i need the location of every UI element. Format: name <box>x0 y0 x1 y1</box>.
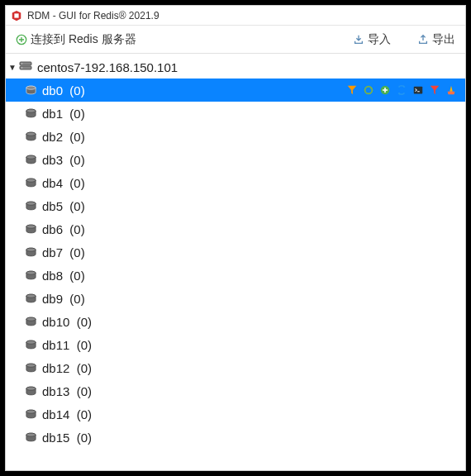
db-row[interactable]: db11 (0) <box>6 333 465 356</box>
db-row[interactable]: db1 (0) <box>6 102 465 125</box>
db-row[interactable]: db5 (0) <box>6 194 465 217</box>
database-icon <box>22 317 39 326</box>
svg-point-66 <box>26 364 35 367</box>
database-icon <box>22 432 39 442</box>
svg-point-51 <box>26 294 35 298</box>
svg-point-46 <box>26 271 35 274</box>
svg-point-71 <box>26 387 35 390</box>
flush-icon[interactable] <box>429 84 440 96</box>
db-row[interactable]: db7 (0) <box>6 240 465 264</box>
connect-button[interactable]: 连接到 Redis 服务器 <box>12 31 140 49</box>
db-row[interactable]: db15 (0) <box>6 426 465 449</box>
toolbar: 连接到 Redis 服务器 导入 导出 <box>6 26 465 54</box>
export-button[interactable]: 导出 <box>414 31 459 49</box>
expand-icon[interactable]: ▼ <box>7 63 17 72</box>
db-label: db7 (0) <box>42 245 85 259</box>
svg-point-61 <box>26 340 35 344</box>
db-label: db14 (0) <box>42 407 92 421</box>
svg-point-11 <box>26 109 35 112</box>
database-icon <box>22 155 39 164</box>
plus-circle-icon <box>16 34 27 45</box>
db-label: db9 (0) <box>42 292 85 306</box>
database-icon <box>22 409 39 419</box>
window-title: RDM - GUI for Redis® 2021.9 <box>27 10 159 21</box>
db-row[interactable]: db8 (0) <box>6 264 465 287</box>
db-label: db8 (0) <box>42 269 85 283</box>
console-icon[interactable] <box>412 84 424 96</box>
db-row[interactable]: db13 (0) <box>6 379 465 402</box>
database-icon <box>22 386 39 396</box>
filter-icon[interactable] <box>346 84 358 96</box>
svg-point-56 <box>26 317 35 321</box>
svg-point-6 <box>26 86 35 89</box>
app-icon <box>11 10 22 21</box>
svg-rect-9 <box>414 87 423 94</box>
db-row[interactable]: db9 (0) <box>6 287 465 310</box>
database-icon <box>22 293 39 303</box>
db-label: db12 (0) <box>42 361 92 375</box>
db-row[interactable]: db10 (0) <box>6 310 465 333</box>
main-window: RDM - GUI for Redis® 2021.9 连接到 Redis 服务… <box>5 5 466 471</box>
svg-point-26 <box>26 178 35 182</box>
import-button[interactable]: 导入 <box>350 31 394 49</box>
svg-point-4 <box>21 67 23 69</box>
database-icon <box>22 201 39 211</box>
db-label: db0 (0) <box>42 83 85 98</box>
connection-row[interactable]: ▼ centos7-192.168.150.101 <box>6 55 465 79</box>
svg-point-21 <box>26 155 35 159</box>
import-icon <box>353 34 364 45</box>
connect-label: 连接到 Redis 服务器 <box>31 32 136 47</box>
database-icon <box>22 108 39 118</box>
database-icon <box>22 270 39 280</box>
svg-point-76 <box>26 410 35 413</box>
db-row[interactable]: db12 (0) <box>6 356 465 379</box>
db-label: db1 (0) <box>42 107 85 121</box>
svg-point-16 <box>26 132 35 136</box>
db-row[interactable]: db3 (0) <box>6 148 465 171</box>
db-label: db10 (0) <box>42 315 92 329</box>
server-icon <box>17 61 34 73</box>
db-label: db2 (0) <box>42 130 85 144</box>
db-label: db13 (0) <box>42 384 92 398</box>
database-icon <box>22 131 39 141</box>
import-label: 导入 <box>368 32 391 47</box>
database-icon <box>22 85 39 95</box>
db-row[interactable]: db2 (0) <box>6 125 465 148</box>
database-icon <box>22 340 39 350</box>
svg-point-81 <box>26 433 35 436</box>
refresh-icon[interactable] <box>396 84 407 96</box>
export-label: 导出 <box>432 32 455 47</box>
svg-point-36 <box>26 225 35 228</box>
db-row[interactable]: db4 (0) <box>6 171 465 194</box>
database-icon <box>22 363 39 373</box>
database-icon <box>22 224 39 234</box>
connection-name: centos7-192.168.150.101 <box>37 60 178 74</box>
db-row[interactable]: db0 (0) <box>6 79 465 102</box>
add-key-icon[interactable] <box>379 84 391 96</box>
db-label: db11 (0) <box>42 338 92 352</box>
row-actions <box>346 84 465 96</box>
db-label: db4 (0) <box>42 176 85 190</box>
db-label: db5 (0) <box>42 199 85 213</box>
delete-icon[interactable] <box>445 84 457 96</box>
reload-icon[interactable] <box>363 84 374 96</box>
db-row[interactable]: db14 (0) <box>6 402 465 426</box>
db-label: db6 (0) <box>42 222 85 236</box>
database-icon <box>22 247 39 257</box>
connection-tree[interactable]: ▼ centos7-192.168.150.101 db0 (0) <box>6 54 465 470</box>
svg-point-3 <box>21 63 23 64</box>
db-label: db15 (0) <box>42 431 92 445</box>
export-icon <box>417 34 429 45</box>
db-label: db3 (0) <box>42 153 85 167</box>
svg-point-31 <box>26 202 35 205</box>
database-icon <box>22 178 39 188</box>
svg-point-41 <box>26 248 35 251</box>
db-row[interactable]: db6 (0) <box>6 217 465 240</box>
titlebar: RDM - GUI for Redis® 2021.9 <box>6 6 465 26</box>
